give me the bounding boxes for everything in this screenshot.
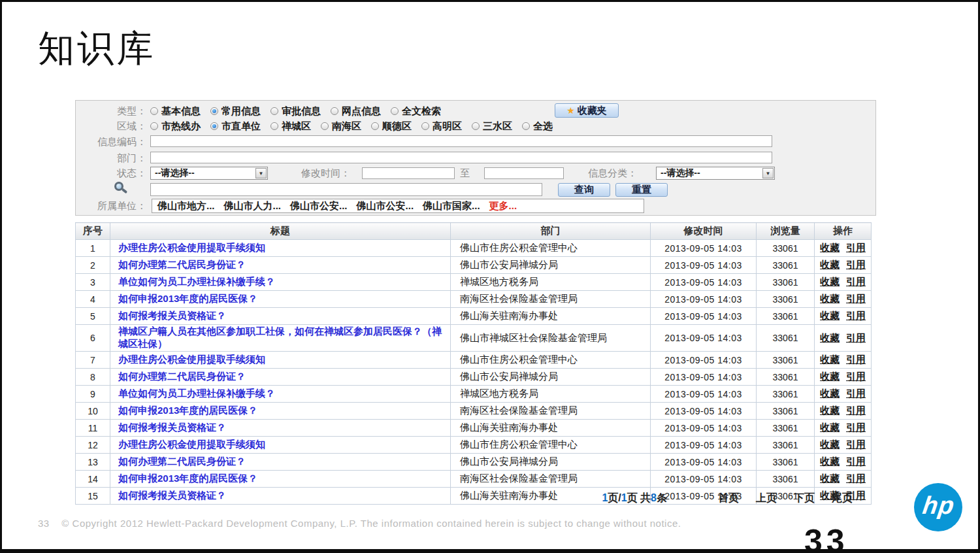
radio-option[interactable]: 顺德区 <box>371 120 412 133</box>
status-select[interactable]: --请选择-- ▼ <box>150 167 268 180</box>
favorite-action-link[interactable]: 收藏 <box>820 332 840 343</box>
modify-time-cell: 2013-09-05 14:03 <box>651 274 757 291</box>
cite-action-link[interactable]: 引用 <box>846 310 866 321</box>
radio-option[interactable]: 全文检索 <box>391 105 441 118</box>
radio-button-icon[interactable] <box>391 107 399 115</box>
radio-option[interactable]: 网点信息 <box>331 105 381 118</box>
keyword-input[interactable] <box>150 183 542 196</box>
radio-option[interactable]: 审批信息 <box>270 105 321 118</box>
title-cell: 如何申报2013年度的居民医保？ <box>110 471 451 488</box>
article-title-link[interactable]: 办理住房公积金使用提取手续须知 <box>118 242 265 253</box>
radio-option[interactable]: 三水区 <box>472 120 512 133</box>
cite-action-link[interactable]: 引用 <box>846 242 866 253</box>
article-title-link[interactable]: 单位如何为员工办理社保补缴手续？ <box>118 276 275 287</box>
favorite-action-link[interactable]: 收藏 <box>820 405 840 416</box>
actions-cell: 收藏引用 <box>815 471 872 488</box>
radio-button-icon[interactable] <box>270 122 278 130</box>
modify-time-to-input[interactable] <box>484 167 564 179</box>
favorite-action-link[interactable]: 收藏 <box>820 242 840 253</box>
favorite-action-link[interactable]: 收藏 <box>820 388 840 399</box>
article-title-link[interactable]: 办理住房公积金使用提取手续须知 <box>118 354 265 365</box>
radio-option[interactable]: 禅城区 <box>270 120 311 133</box>
radio-button-icon[interactable] <box>150 122 158 130</box>
favorite-action-link[interactable]: 收藏 <box>820 422 840 433</box>
article-title-link[interactable]: 如何办理第二代居民身份证？ <box>118 456 246 467</box>
article-title-link[interactable]: 禅城区户籍人员在其他区参加职工社保，如何在禅城区参加居民医保？（禅城区社保） <box>118 326 442 349</box>
cite-action-link[interactable]: 引用 <box>846 388 866 399</box>
first-page-link[interactable]: 首页 <box>718 492 739 505</box>
actions-cell: 收藏引用 <box>815 325 872 352</box>
favorite-action-link[interactable]: 收藏 <box>820 293 840 304</box>
radio-option[interactable]: 基本信息 <box>150 105 201 118</box>
cite-action-link[interactable]: 引用 <box>846 371 866 382</box>
cite-action-link[interactable]: 引用 <box>846 354 866 365</box>
search-button[interactable]: 查询 <box>558 183 610 197</box>
radio-button-icon[interactable] <box>522 122 530 130</box>
radio-button-icon[interactable] <box>321 122 329 130</box>
radio-button-icon[interactable] <box>150 107 158 115</box>
next-page-link[interactable]: 下页 <box>794 492 815 505</box>
table-row: 11如何报考报关员资格证？佛山海关驻南海办事处2013-09-05 14:033… <box>76 420 872 437</box>
article-title-link[interactable]: 如何报考报关员资格证？ <box>118 310 226 321</box>
favorite-action-link[interactable]: 收藏 <box>820 439 840 450</box>
radio-button-icon[interactable] <box>270 107 278 115</box>
department-cell: 佛山市公安局禅城分局 <box>451 369 651 386</box>
radio-option[interactable]: 高明区 <box>421 120 462 133</box>
cite-action-link[interactable]: 引用 <box>846 259 866 270</box>
radio-option[interactable]: 市直单位 <box>210 120 261 133</box>
radio-option[interactable]: 市热线办 <box>150 120 201 133</box>
radio-button-icon[interactable] <box>210 107 218 115</box>
category-select[interactable]: --请选择-- ▼ <box>656 167 775 180</box>
favorite-action-link[interactable]: 收藏 <box>820 473 840 484</box>
article-title-link[interactable]: 如何申报2013年度的居民医保？ <box>118 293 257 304</box>
radio-option[interactable]: 全选 <box>522 120 553 133</box>
table-row: 8如何办理第二代居民身份证？佛山市公安局禅城分局2013-09-05 14:03… <box>76 369 872 386</box>
radio-button-icon[interactable] <box>371 122 379 130</box>
region-filter-row: 区域： 市热线办市直单位禅城区南海区顺德区高明区三水区全选 <box>76 120 563 133</box>
cite-action-link[interactable]: 引用 <box>846 456 866 467</box>
article-title-link[interactable]: 单位如何为员工办理社保补缴手续？ <box>118 388 275 399</box>
views-cell: 33061 <box>757 471 815 488</box>
prev-page-link[interactable]: 上页 <box>756 492 777 505</box>
radio-option[interactable]: 常用信息 <box>210 105 261 118</box>
radio-button-icon[interactable] <box>210 122 218 130</box>
cite-action-link[interactable]: 引用 <box>846 332 866 343</box>
last-page-link[interactable]: 尾页 <box>832 492 853 505</box>
department-input[interactable] <box>150 152 772 163</box>
favorite-action-link[interactable]: 收藏 <box>820 310 840 321</box>
favorite-action-link[interactable]: 收藏 <box>820 259 840 270</box>
favorite-action-link[interactable]: 收藏 <box>820 354 840 365</box>
radio-button-icon[interactable] <box>331 107 338 115</box>
chevron-down-icon[interactable]: ▼ <box>255 168 267 178</box>
reset-button[interactable]: 重置 <box>615 183 668 197</box>
article-title-link[interactable]: 如何申报2013年度的居民医保？ <box>118 405 257 416</box>
chevron-down-icon[interactable]: ▼ <box>762 168 774 178</box>
modify-time-from-input[interactable] <box>362 167 455 179</box>
info-code-input[interactable] <box>150 135 772 147</box>
radio-option[interactable]: 南海区 <box>321 120 361 133</box>
radio-button-icon[interactable] <box>472 122 480 130</box>
region-radio-row: 市热线办市直单位禅城区南海区顺德区高明区三水区全选 <box>150 120 563 133</box>
cite-action-link[interactable]: 引用 <box>846 439 866 450</box>
cite-action-link[interactable]: 引用 <box>846 293 866 304</box>
article-title-link[interactable]: 如何申报2013年度的居民医保？ <box>118 473 257 484</box>
cite-action-link[interactable]: 引用 <box>846 276 866 287</box>
cite-action-link[interactable]: 引用 <box>846 473 866 484</box>
info-code-label: 信息编码： <box>76 136 150 148</box>
title-cell: 如何报考报关员资格证？ <box>110 420 451 437</box>
article-title-link[interactable]: 如何办理第二代居民身份证？ <box>118 259 246 270</box>
favorite-action-link[interactable]: 收藏 <box>820 456 840 467</box>
modify-time-cell: 2013-09-05 14:03 <box>651 369 757 386</box>
more-link[interactable]: 更多... <box>489 200 517 212</box>
favorites-button[interactable]: ★ 收藏夹 <box>555 103 619 118</box>
views-cell: 33061 <box>757 454 815 471</box>
favorite-action-link[interactable]: 收藏 <box>820 276 840 287</box>
article-title-link[interactable]: 如何办理第二代居民身份证？ <box>118 371 246 382</box>
article-title-link[interactable]: 如何报考报关员资格证？ <box>118 422 226 433</box>
favorite-action-link[interactable]: 收藏 <box>820 371 840 382</box>
radio-button-icon[interactable] <box>421 122 429 130</box>
cite-action-link[interactable]: 引用 <box>846 422 866 433</box>
modify-time-cell: 2013-09-05 14:03 <box>651 257 757 274</box>
cite-action-link[interactable]: 引用 <box>846 405 866 416</box>
article-title-link[interactable]: 办理住房公积金使用提取手续须知 <box>118 439 265 450</box>
